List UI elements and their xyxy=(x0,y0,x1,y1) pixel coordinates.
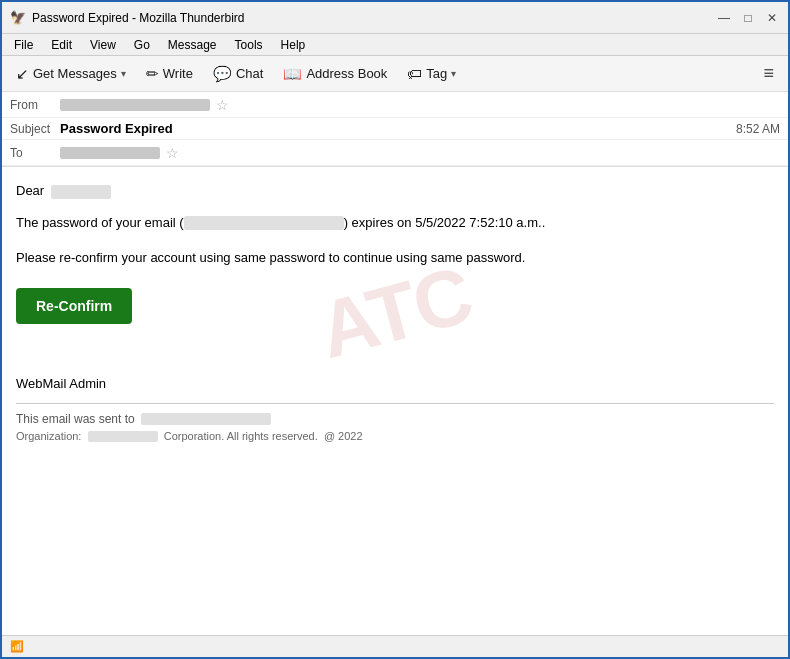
expire-pre: The password of your email ( xyxy=(16,215,184,230)
org-pre: Organization: xyxy=(16,430,81,442)
title-bar: 🦅 Password Expired - Mozilla Thunderbird… xyxy=(2,2,788,34)
address-book-icon: 📖 xyxy=(283,65,302,83)
chat-label: Chat xyxy=(236,66,263,81)
footer-divider xyxy=(16,403,774,404)
header-info-panel: From ☆ Subject Password Expired 8:52 AM … xyxy=(2,92,788,167)
app-icon: 🦅 xyxy=(10,10,26,26)
get-messages-icon: ↙ xyxy=(16,65,29,83)
from-value xyxy=(60,99,210,111)
signature: WebMail Admin xyxy=(16,368,774,391)
close-button[interactable]: ✕ xyxy=(764,10,780,26)
from-label: From xyxy=(10,98,60,112)
dear-text: Dear xyxy=(16,183,44,198)
address-book-label: Address Book xyxy=(306,66,387,81)
tag-button[interactable]: 🏷 Tag ▾ xyxy=(399,61,464,86)
menu-file[interactable]: File xyxy=(6,36,41,54)
from-star-icon[interactable]: ☆ xyxy=(216,97,229,113)
subject-label: Subject xyxy=(10,122,60,136)
toolbar: ↙ Get Messages ▾ ✏ Write 💬 Chat 📖 Addres… xyxy=(2,56,788,92)
to-label: To xyxy=(10,146,60,160)
tag-dropdown-icon[interactable]: ▾ xyxy=(451,68,456,79)
email-time: 8:52 AM xyxy=(736,122,780,136)
dear-line: Dear xyxy=(16,183,774,199)
to-value xyxy=(60,147,160,159)
org-line: Organization: Corporation. All rights re… xyxy=(16,430,774,443)
from-row: From ☆ xyxy=(2,92,788,118)
address-book-button[interactable]: 📖 Address Book xyxy=(275,61,395,87)
write-button[interactable]: ✏ Write xyxy=(138,61,201,87)
email-address-blurred xyxy=(184,216,344,230)
to-row: To ☆ xyxy=(2,140,788,166)
maximize-button[interactable]: □ xyxy=(740,10,756,26)
write-label: Write xyxy=(163,66,193,81)
chat-button[interactable]: 💬 Chat xyxy=(205,61,271,87)
to-star-icon[interactable]: ☆ xyxy=(166,145,179,161)
menu-tools[interactable]: Tools xyxy=(227,36,271,54)
footer-email-blurred xyxy=(141,413,271,425)
tag-label: Tag xyxy=(426,66,447,81)
get-messages-dropdown-icon[interactable]: ▾ xyxy=(121,68,126,79)
email-body: ATC Dear The password of your email ( ) … xyxy=(2,167,788,458)
subject-value: Password Expired xyxy=(60,121,173,136)
org-year: @ 2022 xyxy=(324,430,363,442)
reconfirm-button[interactable]: Re-Confirm xyxy=(16,288,132,324)
status-bar: 📶 xyxy=(2,635,788,657)
expire-post: ) expires on 5/5/2022 7:52:10 a.m.. xyxy=(344,215,546,230)
menu-go[interactable]: Go xyxy=(126,36,158,54)
expire-paragraph: The password of your email ( ) expires o… xyxy=(16,213,774,233)
menu-view[interactable]: View xyxy=(82,36,124,54)
get-messages-button[interactable]: ↙ Get Messages ▾ xyxy=(8,61,134,87)
email-content: Dear The password of your email ( ) expi… xyxy=(16,183,774,442)
recipient-name xyxy=(51,185,111,199)
signal-icon: 📶 xyxy=(10,640,24,653)
chat-icon: 💬 xyxy=(213,65,232,83)
window-title: Password Expired - Mozilla Thunderbird xyxy=(32,11,245,25)
window-controls: — □ ✕ xyxy=(716,10,780,26)
org-name-blurred xyxy=(88,431,158,442)
org-post: Corporation. All rights reserved. xyxy=(164,430,318,442)
tag-icon: 🏷 xyxy=(407,65,422,82)
write-icon: ✏ xyxy=(146,65,159,83)
menu-bar: File Edit View Go Message Tools Help xyxy=(2,34,788,56)
footer-pre-text: This email was sent to xyxy=(16,412,135,426)
footer-sent-to: This email was sent to xyxy=(16,412,774,426)
subject-row: Subject Password Expired 8:52 AM xyxy=(2,118,788,140)
minimize-button[interactable]: — xyxy=(716,10,732,26)
hamburger-button[interactable]: ≡ xyxy=(755,59,782,88)
email-header: ↩ ↩↩ ▾ → ▾ From ☆ Subject Password Expir… xyxy=(2,92,788,167)
menu-edit[interactable]: Edit xyxy=(43,36,80,54)
menu-message[interactable]: Message xyxy=(160,36,225,54)
menu-help[interactable]: Help xyxy=(273,36,314,54)
get-messages-label: Get Messages xyxy=(33,66,117,81)
reconfirm-paragraph: Please re-confirm your account using sam… xyxy=(16,248,774,268)
